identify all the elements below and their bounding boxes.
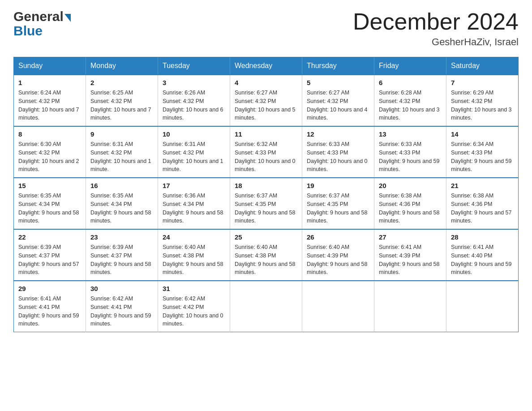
calendar-cell: 23 Sunrise: 6:39 AMSunset: 4:37 PMDaylig…	[86, 229, 158, 281]
day-number: 31	[163, 285, 225, 292]
calendar-cell: 10 Sunrise: 6:31 AMSunset: 4:32 PMDaylig…	[158, 126, 230, 178]
weekday-header-sunday: Sunday	[14, 57, 86, 75]
day-info: Sunrise: 6:38 AMSunset: 4:36 PMDaylight:…	[379, 193, 440, 224]
calendar-cell: 11 Sunrise: 6:32 AMSunset: 4:33 PMDaylig…	[230, 126, 302, 178]
weekday-header-monday: Monday	[86, 57, 158, 75]
calendar-cell: 27 Sunrise: 6:41 AMSunset: 4:39 PMDaylig…	[374, 229, 446, 281]
day-info: Sunrise: 6:39 AMSunset: 4:37 PMDaylight:…	[90, 244, 151, 275]
calendar-week-row: 29 Sunrise: 6:41 AMSunset: 4:41 PMDaylig…	[14, 281, 519, 332]
location-title: GesherHaZiv, Israel	[353, 36, 519, 48]
day-number: 28	[451, 233, 514, 241]
day-number: 21	[451, 182, 514, 189]
day-info: Sunrise: 6:39 AMSunset: 4:37 PMDaylight:…	[18, 244, 79, 275]
day-number: 30	[90, 285, 153, 292]
calendar-week-row: 22 Sunrise: 6:39 AMSunset: 4:37 PMDaylig…	[14, 229, 519, 281]
day-info: Sunrise: 6:27 AMSunset: 4:32 PMDaylight:…	[307, 90, 368, 121]
calendar-week-row: 1 Sunrise: 6:24 AMSunset: 4:32 PMDayligh…	[14, 75, 519, 126]
calendar-cell	[374, 281, 446, 332]
calendar-cell: 4 Sunrise: 6:27 AMSunset: 4:32 PMDayligh…	[230, 75, 302, 126]
day-number: 16	[90, 182, 153, 189]
logo-general-text: General	[13, 9, 64, 24]
calendar-cell: 18 Sunrise: 6:37 AMSunset: 4:35 PMDaylig…	[230, 178, 302, 229]
day-number: 5	[307, 79, 369, 86]
day-info: Sunrise: 6:33 AMSunset: 4:33 PMDaylight:…	[379, 141, 440, 172]
day-number: 24	[163, 233, 225, 241]
calendar-cell	[302, 281, 374, 332]
day-number: 9	[90, 130, 153, 138]
day-info: Sunrise: 6:31 AMSunset: 4:32 PMDaylight:…	[163, 141, 223, 172]
weekday-header-wednesday: Wednesday	[230, 57, 302, 75]
day-number: 11	[235, 130, 297, 138]
weekday-header-friday: Friday	[374, 57, 446, 75]
weekday-header-row: SundayMondayTuesdayWednesdayThursdayFrid…	[14, 57, 519, 75]
calendar-cell: 26 Sunrise: 6:40 AMSunset: 4:39 PMDaylig…	[302, 229, 374, 281]
calendar-cell: 20 Sunrise: 6:38 AMSunset: 4:36 PMDaylig…	[374, 178, 446, 229]
day-number: 17	[163, 182, 225, 189]
day-number: 14	[451, 130, 514, 138]
day-number: 4	[235, 79, 297, 86]
calendar-cell: 17 Sunrise: 6:36 AMSunset: 4:34 PMDaylig…	[158, 178, 230, 229]
day-number: 25	[235, 233, 297, 241]
calendar-cell: 1 Sunrise: 6:24 AMSunset: 4:32 PMDayligh…	[14, 75, 86, 126]
calendar-week-row: 8 Sunrise: 6:30 AMSunset: 4:32 PMDayligh…	[14, 126, 519, 178]
day-number: 7	[451, 79, 514, 86]
day-number: 23	[90, 233, 153, 241]
calendar-cell: 15 Sunrise: 6:35 AMSunset: 4:34 PMDaylig…	[14, 178, 86, 229]
calendar-cell: 22 Sunrise: 6:39 AMSunset: 4:37 PMDaylig…	[14, 229, 86, 281]
day-number: 22	[18, 233, 81, 241]
logo: General Blue	[13, 9, 71, 39]
calendar-cell: 14 Sunrise: 6:34 AMSunset: 4:33 PMDaylig…	[446, 126, 519, 178]
day-info: Sunrise: 6:27 AMSunset: 4:32 PMDaylight:…	[235, 90, 296, 121]
calendar-cell: 24 Sunrise: 6:40 AMSunset: 4:38 PMDaylig…	[158, 229, 230, 281]
calendar-cell: 31 Sunrise: 6:42 AMSunset: 4:42 PMDaylig…	[158, 281, 230, 332]
calendar-cell: 9 Sunrise: 6:31 AMSunset: 4:32 PMDayligh…	[86, 126, 158, 178]
calendar-cell: 30 Sunrise: 6:42 AMSunset: 4:41 PMDaylig…	[86, 281, 158, 332]
day-number: 20	[379, 182, 442, 189]
day-info: Sunrise: 6:35 AMSunset: 4:34 PMDaylight:…	[18, 193, 79, 224]
calendar-cell: 21 Sunrise: 6:38 AMSunset: 4:36 PMDaylig…	[446, 178, 519, 229]
day-number: 26	[307, 233, 369, 241]
day-number: 15	[18, 182, 81, 189]
day-number: 1	[18, 79, 81, 86]
day-info: Sunrise: 6:40 AMSunset: 4:38 PMDaylight:…	[163, 244, 223, 275]
day-number: 10	[163, 130, 225, 138]
calendar-cell: 16 Sunrise: 6:35 AMSunset: 4:34 PMDaylig…	[86, 178, 158, 229]
day-info: Sunrise: 6:38 AMSunset: 4:36 PMDaylight:…	[451, 193, 512, 224]
page-header: General Blue December 2024 GesherHaZiv, …	[13, 9, 519, 48]
calendar-cell: 7 Sunrise: 6:29 AMSunset: 4:32 PMDayligh…	[446, 75, 519, 126]
day-info: Sunrise: 6:36 AMSunset: 4:34 PMDaylight:…	[163, 193, 223, 224]
day-info: Sunrise: 6:24 AMSunset: 4:32 PMDaylight:…	[18, 90, 79, 121]
logo-blue-text: Blue	[13, 23, 43, 39]
day-number: 6	[379, 79, 442, 86]
day-info: Sunrise: 6:26 AMSunset: 4:32 PMDaylight:…	[163, 90, 223, 121]
calendar-cell: 12 Sunrise: 6:33 AMSunset: 4:33 PMDaylig…	[302, 126, 374, 178]
calendar-week-row: 15 Sunrise: 6:35 AMSunset: 4:34 PMDaylig…	[14, 178, 519, 229]
day-info: Sunrise: 6:30 AMSunset: 4:32 PMDaylight:…	[18, 141, 79, 172]
logo-arrow-icon	[64, 14, 71, 22]
day-number: 18	[235, 182, 297, 189]
calendar-cell: 13 Sunrise: 6:33 AMSunset: 4:33 PMDaylig…	[374, 126, 446, 178]
calendar-cell: 6 Sunrise: 6:28 AMSunset: 4:32 PMDayligh…	[374, 75, 446, 126]
calendar-cell: 5 Sunrise: 6:27 AMSunset: 4:32 PMDayligh…	[302, 75, 374, 126]
day-info: Sunrise: 6:41 AMSunset: 4:41 PMDaylight:…	[18, 295, 79, 327]
calendar-cell: 19 Sunrise: 6:37 AMSunset: 4:35 PMDaylig…	[302, 178, 374, 229]
calendar-cell	[446, 281, 519, 332]
calendar-cell	[230, 281, 302, 332]
day-info: Sunrise: 6:34 AMSunset: 4:33 PMDaylight:…	[451, 141, 512, 172]
day-info: Sunrise: 6:40 AMSunset: 4:39 PMDaylight:…	[307, 244, 368, 275]
day-number: 12	[307, 130, 369, 138]
day-info: Sunrise: 6:42 AMSunset: 4:41 PMDaylight:…	[90, 295, 151, 327]
weekday-header-tuesday: Tuesday	[158, 57, 230, 75]
day-info: Sunrise: 6:41 AMSunset: 4:39 PMDaylight:…	[379, 244, 440, 275]
day-info: Sunrise: 6:40 AMSunset: 4:38 PMDaylight:…	[235, 244, 296, 275]
day-info: Sunrise: 6:35 AMSunset: 4:34 PMDaylight:…	[90, 193, 151, 224]
calendar-cell: 3 Sunrise: 6:26 AMSunset: 4:32 PMDayligh…	[158, 75, 230, 126]
calendar-cell: 28 Sunrise: 6:41 AMSunset: 4:40 PMDaylig…	[446, 229, 519, 281]
day-number: 2	[90, 79, 153, 86]
day-info: Sunrise: 6:32 AMSunset: 4:33 PMDaylight:…	[235, 141, 296, 172]
weekday-header-thursday: Thursday	[302, 57, 374, 75]
day-number: 13	[379, 130, 442, 138]
day-number: 3	[163, 79, 225, 86]
title-block: December 2024 GesherHaZiv, Israel	[353, 9, 519, 48]
day-info: Sunrise: 6:31 AMSunset: 4:32 PMDaylight:…	[90, 141, 151, 172]
